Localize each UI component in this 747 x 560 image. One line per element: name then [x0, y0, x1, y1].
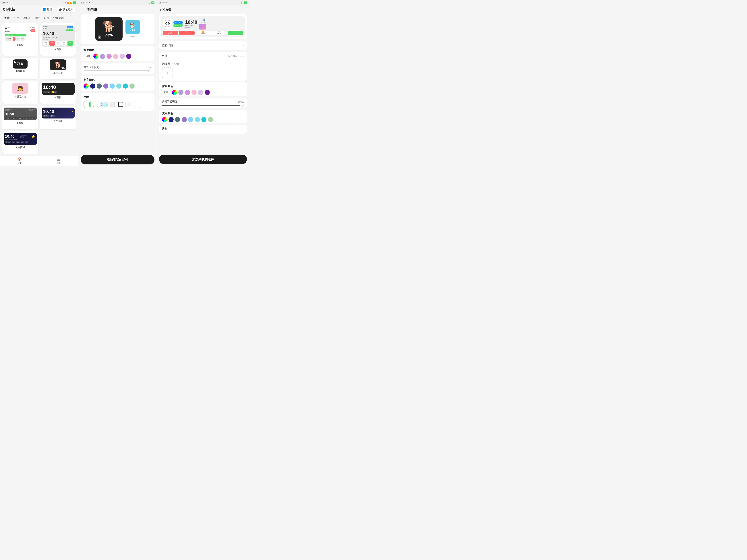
- my-widgets-button[interactable]: 🎓 我的组件: [56, 7, 75, 12]
- chevron-right-icon: ›: [243, 44, 244, 47]
- text-rainbow-p3[interactable]: [162, 117, 167, 122]
- text-color-sky-p2[interactable]: [110, 83, 115, 88]
- text-color-navy-p2[interactable]: [90, 83, 95, 88]
- color-lavender-p2[interactable]: [106, 54, 112, 59]
- album-button-p3[interactable]: 相册: [162, 90, 170, 95]
- detail-row[interactable]: 查看详情 ›: [159, 41, 247, 50]
- color-purple-p3[interactable]: [178, 90, 183, 95]
- text-navy-p3[interactable]: [169, 117, 174, 122]
- text-color-row-p2: [83, 83, 152, 88]
- list-item[interactable]: 2024/05 星期四 蓝牙 Off 电量: 71% 10:40 M2007J1…: [40, 23, 76, 56]
- battery-badge-1: 73: [73, 1, 76, 4]
- tab-launcher[interactable]: 快捷启动: [51, 16, 66, 20]
- clock-widget-preview-1: 10:40 🔋73% 📶 On: [42, 83, 75, 95]
- add-photo-button[interactable]: +: [162, 68, 173, 78]
- opacity-section-p2: 背景不透明度 100%: [81, 63, 154, 74]
- text-steel-p3[interactable]: [175, 117, 180, 122]
- color-lightpurple-p3[interactable]: [198, 90, 203, 95]
- border-dashed-green[interactable]: [92, 101, 99, 108]
- opacity-val-p3: 100%: [238, 101, 244, 103]
- slider-fill-p2: [83, 71, 148, 71]
- space-widget-preview-1: 10:40 ⭐ 🔋73% 📶On: [42, 108, 75, 118]
- list-item[interactable]: 2024/05 09 星期四 蓝牙 Off 存储 电量: 73% 空间容量70.…: [2, 23, 38, 56]
- tab-photo[interactable]: 照片: [12, 16, 21, 20]
- text-sky-p3[interactable]: [188, 117, 193, 122]
- slider-thumb-p3[interactable]: [241, 104, 243, 107]
- color-rainbow-p2[interactable]: [93, 54, 99, 59]
- text-color-purple2-p2[interactable]: [103, 83, 108, 88]
- tutorial-button[interactable]: 📘 教程: [40, 7, 54, 12]
- text-color-section-p3: 文字颜色: [159, 110, 247, 123]
- album-button-p2[interactable]: 相册: [83, 54, 92, 59]
- opacity-slider-p2[interactable]: [83, 71, 152, 71]
- text-color-green-p2[interactable]: [129, 83, 135, 88]
- tab-calendar[interactable]: 日历: [42, 16, 51, 20]
- color-pink-p2[interactable]: [113, 54, 118, 59]
- text-teal-p3[interactable]: [201, 117, 206, 122]
- panel2-header: ‹ 小狗电量: [78, 5, 157, 14]
- xpf-date-day: 星期四: [165, 26, 170, 28]
- color-darkpurple-p3[interactable]: [205, 90, 210, 95]
- list-item[interactable]: 73% 电池电量: [2, 58, 38, 79]
- xpf-bluetooth-chip: 蓝牙 Off: [174, 21, 183, 24]
- text-color-cyan-p2[interactable]: [117, 83, 122, 88]
- signal-icon-1: 📶: [67, 2, 69, 4]
- dog-preview-small: 🐕 73%: [126, 20, 140, 34]
- color-lightpurple-p2[interactable]: [120, 54, 125, 59]
- text-color-rainbow-p2[interactable]: [83, 83, 88, 88]
- color-darkpurple-p2[interactable]: [126, 54, 131, 59]
- tab-clock[interactable]: 时钟: [32, 16, 42, 20]
- list-item[interactable]: 2024/05/09 星期四 M2007J1SC◎ qcom 10:40 73%…: [2, 106, 38, 129]
- bg-color-label-p2: 背景颜色: [83, 49, 152, 52]
- text-color-teal-p2[interactable]: [123, 83, 128, 88]
- xpf-device: M2007J1SC: [184, 25, 197, 27]
- panel2-title: 小狗电量: [84, 7, 97, 12]
- color-lavender-p3[interactable]: [185, 90, 190, 95]
- bg-color-label-p3: 背景颜色: [162, 85, 244, 88]
- name-label: 名称: [162, 54, 168, 58]
- text-purple-p3[interactable]: [182, 117, 187, 122]
- back-button-2[interactable]: ‹: [81, 8, 83, 12]
- slider-thumb-p2[interactable]: [148, 70, 151, 72]
- color-rainbow-p3[interactable]: [172, 90, 177, 95]
- border-green[interactable]: [83, 101, 91, 108]
- border-row-p2: [83, 101, 152, 108]
- tab-recommend[interactable]: 推荐: [2, 16, 12, 20]
- border-beige[interactable]: [109, 101, 116, 108]
- status-time-1: 上午10:40: [2, 1, 11, 4]
- text-green-p3[interactable]: [208, 117, 213, 122]
- color-purple-p2[interactable]: [100, 54, 105, 59]
- xpf-battery-chip: 电量: 73%: [174, 24, 183, 27]
- name-chevron-icon: ›: [243, 54, 244, 57]
- list-item[interactable]: 🐕 73% 小狗电量: [40, 58, 76, 79]
- color-pink-p3[interactable]: [191, 90, 197, 95]
- add-widget-button-p2[interactable]: 添加到我的组件: [81, 155, 154, 164]
- opacity-label-p2: 背景不透明度: [83, 66, 99, 69]
- xpf-row1: 2024/05 09 星期四 蓝牙 Off 电量: 73% 10:40 M200…: [163, 18, 243, 29]
- border-corner[interactable]: [134, 101, 141, 108]
- list-item[interactable]: 10:40 2024/05/09 星期四 ⭐ M2007J1SC ◎ qcom …: [2, 131, 38, 154]
- list-item[interactable]: 10:40 🔋73% 📶 On X面板: [40, 81, 76, 104]
- text-color-steel-p2[interactable]: [97, 83, 102, 88]
- name-row[interactable]: 名称 M2007J1SC ›: [159, 52, 247, 60]
- tab-xpanel[interactable]: X面板: [21, 16, 32, 20]
- border-black[interactable]: [117, 101, 124, 108]
- widget-label-6: X面板: [55, 96, 61, 99]
- add-widget-button-p3[interactable]: 添加到我的组件: [159, 155, 247, 164]
- text-cyan-p3[interactable]: [195, 117, 200, 122]
- bg-color-section-p3: 背景颜色 相册: [159, 82, 247, 96]
- border-dots-teal[interactable]: [100, 101, 108, 108]
- list-item[interactable]: 👧 卡通照片墙: [2, 81, 38, 104]
- bottom-nav-home[interactable]: 🏠 首页: [0, 156, 39, 166]
- opacity-inner-p3: 背景不透明度 100%: [159, 98, 247, 108]
- opacity-slider-p3[interactable]: [162, 105, 244, 106]
- panel3-header: ‹ X面板: [157, 5, 249, 14]
- select-photos-row: 选择照片 (0/1): [159, 60, 247, 68]
- border-section-p3: 边框: [159, 125, 247, 134]
- border-white[interactable]: [126, 101, 133, 108]
- xpf-time: 10:40: [185, 19, 197, 25]
- back-button-3[interactable]: ‹: [160, 8, 161, 12]
- panel2-preview-area: 🐕 73% ⏸ 🐕 73% 73%: [81, 14, 154, 44]
- bottom-nav-more[interactable]: ☰ 更多: [39, 156, 78, 166]
- list-item[interactable]: 10:40 ⭐ 🔋73% 📶On 太空面板: [40, 106, 76, 129]
